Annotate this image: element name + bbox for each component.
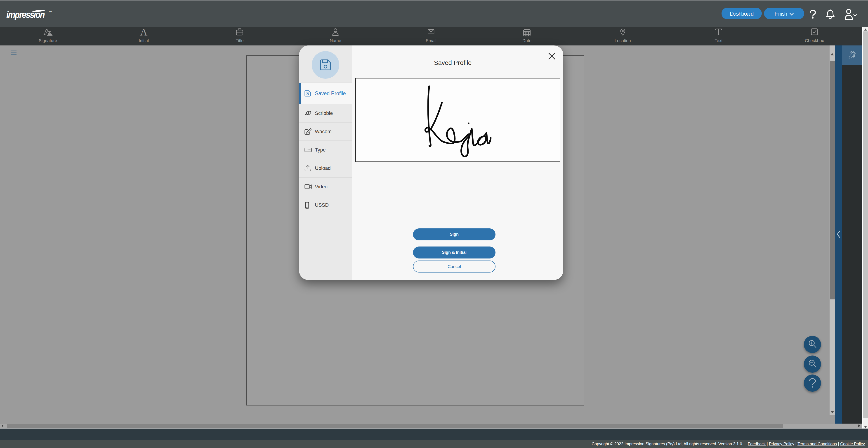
svg-text:A: A bbox=[140, 26, 148, 37]
